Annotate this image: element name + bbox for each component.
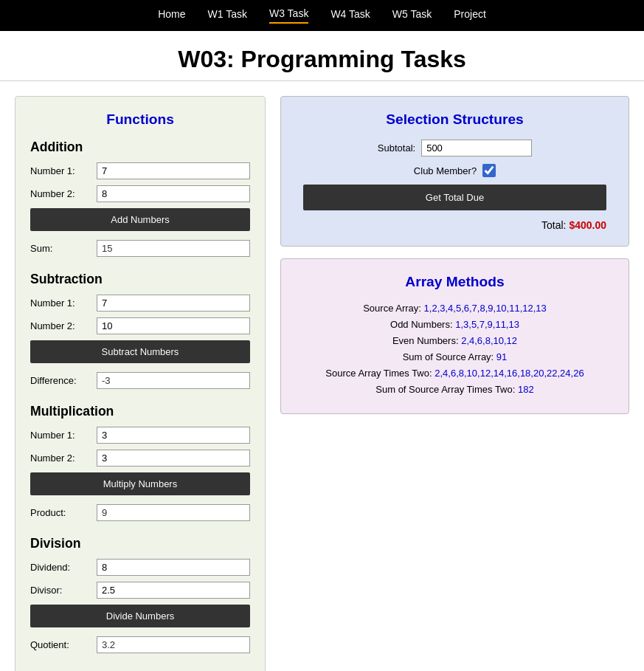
nav-w4task[interactable]: W4 Task (330, 8, 370, 23)
even-numbers-value: 2,4,6,8,10,12 (461, 335, 517, 346)
division-divisor-row: Divisor: (30, 582, 250, 599)
multiply-numbers-button[interactable]: Multiply Numbers (30, 472, 250, 495)
multiplication-number1-label: Number 1: (30, 430, 97, 441)
subtraction-number1-label: Number 1: (30, 297, 97, 309)
addition-number2-input[interactable] (97, 185, 250, 202)
add-numbers-button[interactable]: Add Numbers (30, 208, 250, 231)
functions-title: Functions (30, 111, 250, 128)
nav-project[interactable]: Project (454, 8, 486, 23)
right-panels: Selection Structures Subtotal: Club Memb… (280, 96, 629, 414)
selection-title: Selection Structures (303, 111, 606, 128)
sum-times-two-value: 182 (518, 384, 534, 395)
odd-numbers-value: 1,3,5,7,9,11,13 (455, 319, 519, 330)
addition-title: Addition (30, 140, 250, 155)
division-dividend-input[interactable] (97, 559, 250, 576)
subtraction-number1-input[interactable] (97, 295, 250, 312)
multiplication-product-output (97, 504, 250, 521)
club-member-checkbox[interactable] (482, 164, 496, 177)
subtraction-number2-row: Number 2: (30, 317, 250, 334)
addition-number1-label: Number 1: (30, 165, 97, 176)
even-numbers-row: Even Numbers: 2,4,6,8,10,12 (303, 333, 606, 349)
nav-w5task[interactable]: W5 Task (392, 8, 432, 23)
sum-times-two-row: Sum of Source Array Times Two: 182 (303, 382, 606, 398)
multiplication-product-label: Product: (30, 507, 97, 518)
subtraction-number2-input[interactable] (97, 317, 250, 334)
nav-w3task[interactable]: W3 Task (269, 7, 308, 24)
subtraction-difference-row: Difference: (30, 372, 250, 389)
club-member-label: Club Member? (414, 165, 477, 176)
addition-number1-input[interactable] (97, 162, 250, 179)
subtotal-row: Subtotal: (303, 140, 606, 156)
sum-source-row: Sum of Source Array: 91 (303, 349, 606, 365)
multiplication-section: Multiplication Number 1: Number 2: Multi… (30, 404, 250, 521)
even-numbers-label: Even Numbers: (392, 335, 459, 346)
odd-numbers-label: Odd Numbers: (390, 319, 453, 330)
nav-w1task[interactable]: W1 Task (208, 8, 247, 23)
main-layout: Functions Addition Number 1: Number 2: A… (0, 81, 644, 671)
source-times-two-value: 2,4,6,8,10,12,14,16,18,20,22,24,26 (434, 368, 584, 379)
multiplication-product-row: Product: (30, 504, 250, 521)
odd-numbers-row: Odd Numbers: 1,3,5,7,9,11,13 (303, 317, 606, 333)
division-dividend-label: Dividend: (30, 562, 97, 573)
array-info: Source Array: 1,2,3,4,5,6,7,8,9,10,11,12… (303, 300, 606, 399)
addition-section: Addition Number 1: Number 2: Add Numbers… (30, 140, 250, 257)
subtraction-difference-output (97, 372, 250, 389)
subtotal-label: Subtotal: (378, 142, 415, 154)
subtotal-input[interactable] (421, 140, 532, 156)
multiplication-number2-label: Number 2: (30, 453, 97, 464)
addition-number1-row: Number 1: (30, 162, 250, 179)
subtract-numbers-button[interactable]: Subtract Numbers (30, 340, 250, 363)
source-times-two-row: Source Array Times Two: 2,4,6,8,10,12,14… (303, 365, 606, 382)
club-member-row: Club Member? (303, 164, 606, 177)
addition-sum-output (97, 240, 250, 257)
division-quotient-label: Quotient: (30, 639, 97, 650)
total-value: $400.00 (569, 219, 606, 231)
addition-sum-row: Sum: (30, 240, 250, 257)
multiplication-number2-input[interactable] (97, 450, 250, 467)
addition-sum-label: Sum: (30, 243, 97, 254)
division-quotient-row: Quotient: (30, 636, 250, 653)
division-section: Division Dividend: Divisor: Divide Numbe… (30, 536, 250, 653)
subtraction-title: Subtraction (30, 272, 250, 287)
divide-numbers-button[interactable]: Divide Numbers (30, 605, 250, 627)
total-label: Total: (541, 219, 566, 231)
nav-home[interactable]: Home (158, 8, 185, 23)
subtraction-number1-row: Number 1: (30, 295, 250, 312)
source-times-two-label: Source Array Times Two: (325, 368, 432, 379)
multiplication-number1-row: Number 1: (30, 427, 250, 444)
functions-panel: Functions Addition Number 1: Number 2: A… (15, 96, 266, 671)
selection-panel: Selection Structures Subtotal: Club Memb… (280, 96, 629, 247)
division-divisor-label: Divisor: (30, 585, 97, 596)
get-total-button[interactable]: Get Total Due (303, 185, 606, 210)
navigation: Home W1 Task W3 Task W4 Task W5 Task Pro… (0, 0, 644, 31)
multiplication-number2-row: Number 2: (30, 450, 250, 467)
division-divisor-input[interactable] (97, 582, 250, 599)
addition-number2-row: Number 2: (30, 185, 250, 202)
page-title: W03: Programming Tasks (0, 31, 644, 81)
array-methods-panel: Array Methods Source Array: 1,2,3,4,5,6,… (280, 258, 629, 414)
division-quotient-output (97, 636, 250, 653)
sum-source-value: 91 (496, 351, 507, 362)
total-row: Total: $400.00 (303, 219, 606, 231)
subtraction-difference-label: Difference: (30, 375, 97, 386)
subtraction-number2-label: Number 2: (30, 320, 97, 331)
source-array-label: Source Array: (363, 303, 421, 314)
addition-number2-label: Number 2: (30, 188, 97, 199)
division-title: Division (30, 536, 250, 551)
multiplication-number1-input[interactable] (97, 427, 250, 444)
array-methods-title: Array Methods (303, 274, 606, 290)
source-array-value: 1,2,3,4,5,6,7,8,9,10,11,12,13 (424, 303, 547, 314)
sum-times-two-label: Sum of Source Array Times Two: (375, 384, 515, 395)
multiplication-title: Multiplication (30, 404, 250, 419)
sum-source-label: Sum of Source Array: (403, 351, 494, 362)
subtraction-section: Subtraction Number 1: Number 2: Subtract… (30, 272, 250, 389)
source-array-row: Source Array: 1,2,3,4,5,6,7,8,9,10,11,12… (303, 300, 606, 317)
division-dividend-row: Dividend: (30, 559, 250, 576)
